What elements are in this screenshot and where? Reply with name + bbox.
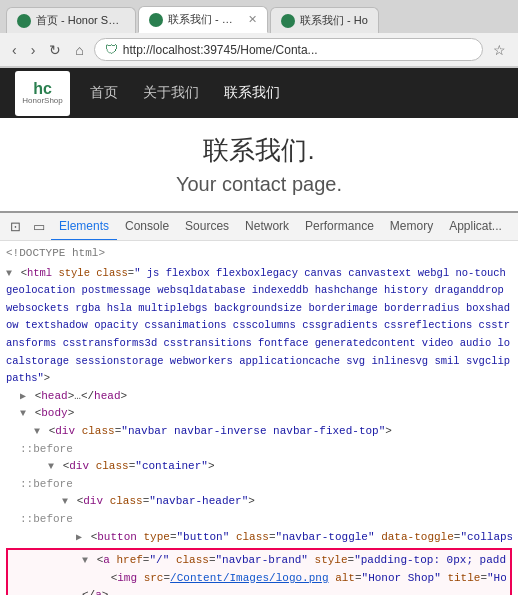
- home-button[interactable]: ⌂: [71, 40, 87, 60]
- site-body: 联系我们. Your contact page.: [0, 118, 518, 211]
- nav-link-home[interactable]: 首页: [90, 84, 118, 102]
- devtools-tab-application[interactable]: Applicat...: [441, 213, 510, 241]
- address-text: http://localhost:39745/Home/Conta...: [123, 43, 472, 57]
- before3-line: ::before: [6, 511, 512, 529]
- devtools-panel: ⊡ ▭ Elements Console Sources Network Per…: [0, 211, 518, 595]
- head-arrow[interactable]: ▶: [20, 391, 26, 402]
- address-bar[interactable]: 🛡 http://localhost:39745/Home/Conta...: [94, 38, 483, 61]
- anchor-open-line: ▼ <a href="/" class="navbar-brand" style…: [12, 552, 506, 570]
- anchor-close-line: </a>: [12, 587, 506, 595]
- browser-chrome: 首页 - Honor Shop 联系我们 - Honor Shop ✕ 联系我们…: [0, 0, 518, 68]
- body-arrow[interactable]: ▼: [20, 408, 26, 419]
- tab-2-text: 联系我们 - Honor Shop: [168, 12, 239, 27]
- site-nav-links: 首页 关于我们 联系我们: [90, 84, 280, 102]
- page-subtitle: Your contact page.: [15, 173, 503, 196]
- devtools-tab-sources[interactable]: Sources: [177, 213, 237, 241]
- html-arrow[interactable]: ▼: [6, 268, 12, 279]
- logo-hc: hc: [22, 80, 62, 98]
- tab-3[interactable]: 联系我们 - Ho: [270, 7, 379, 33]
- nav-bar: ‹ › ↻ ⌂ 🛡 http://localhost:39745/Home/Co…: [0, 33, 518, 67]
- head-line: ▶ <head>…</head>: [6, 388, 512, 406]
- tab-1[interactable]: 首页 - Honor Shop: [6, 7, 136, 33]
- page-title: 联系我们.: [15, 133, 503, 168]
- navbar-header-line: ▼ <div class="navbar-header">: [6, 493, 512, 511]
- devtools-mobile-button[interactable]: ▭: [27, 213, 51, 240]
- anchor-arrow[interactable]: ▼: [82, 555, 88, 566]
- site-navbar: hc HonorShop 首页 关于我们 联系我们: [0, 68, 518, 118]
- devtools-tab-performance[interactable]: Performance: [297, 213, 382, 241]
- tab-1-favicon: [17, 14, 31, 28]
- tab-3-favicon: [281, 14, 295, 28]
- devtools-tab-console[interactable]: Console: [117, 213, 177, 241]
- button-arrow[interactable]: ▶: [76, 532, 82, 543]
- devtools-inspect-button[interactable]: ⊡: [4, 213, 27, 240]
- navbar-header-arrow[interactable]: ▼: [62, 496, 68, 507]
- button-line: ▶ <button type="button" class="navbar-to…: [6, 529, 512, 547]
- reload-button[interactable]: ↻: [45, 40, 65, 60]
- tab-2-favicon: [149, 13, 163, 27]
- devtools-tab-elements[interactable]: Elements: [51, 213, 117, 241]
- body-line: ▼ <body>: [6, 405, 512, 423]
- devtools-tab-memory[interactable]: Memory: [382, 213, 441, 241]
- forward-button[interactable]: ›: [27, 40, 40, 60]
- nav-link-about[interactable]: 关于我们: [143, 84, 199, 102]
- devtools-tab-network[interactable]: Network: [237, 213, 297, 241]
- before1-line: ::before: [6, 441, 512, 459]
- secure-icon: 🛡: [105, 42, 118, 57]
- website-content: hc HonorShop 首页 关于我们 联系我们 联系我们. Your con…: [0, 68, 518, 211]
- logo-sub: HonorShop: [22, 97, 62, 106]
- highlighted-anchor-block[interactable]: ▼ <a href="/" class="navbar-brand" style…: [6, 548, 512, 595]
- navbar-div-line: ▼ <div class="navbar navbar-inverse navb…: [6, 423, 512, 441]
- html-open-line: ▼ <html style class=" js flexbox flexbox…: [6, 265, 512, 388]
- tab-2-close[interactable]: ✕: [248, 13, 257, 26]
- container-arrow[interactable]: ▼: [48, 461, 54, 472]
- tab-1-text: 首页 - Honor Shop: [36, 13, 125, 28]
- tab-3-text: 联系我们 - Ho: [300, 13, 368, 28]
- before2-line: ::before: [6, 476, 512, 494]
- img-line: ▶ <img src=/Content/Images/logo.png alt=…: [12, 570, 506, 588]
- tab-bar: 首页 - Honor Shop 联系我们 - Honor Shop ✕ 联系我们…: [0, 0, 518, 33]
- doctype-line: <!DOCTYPE html>: [6, 245, 512, 263]
- container-div-line: ▼ <div class="container">: [6, 458, 512, 476]
- back-button[interactable]: ‹: [8, 40, 21, 60]
- bookmark-button[interactable]: ☆: [489, 40, 510, 60]
- nav-link-contact[interactable]: 联系我们: [224, 84, 280, 102]
- devtools-toolbar: ⊡ ▭ Elements Console Sources Network Per…: [0, 213, 518, 241]
- tab-2[interactable]: 联系我们 - Honor Shop ✕: [138, 6, 268, 33]
- html-tag-text: <html style class=" js flexbox flexboxle…: [6, 267, 510, 385]
- navbar-arrow[interactable]: ▼: [34, 426, 40, 437]
- img-src-link[interactable]: /Content/Images/logo.png: [170, 572, 328, 584]
- site-logo: hc HonorShop: [15, 71, 70, 116]
- devtools-content: <!DOCTYPE html> ▼ <html style class=" js…: [0, 241, 518, 595]
